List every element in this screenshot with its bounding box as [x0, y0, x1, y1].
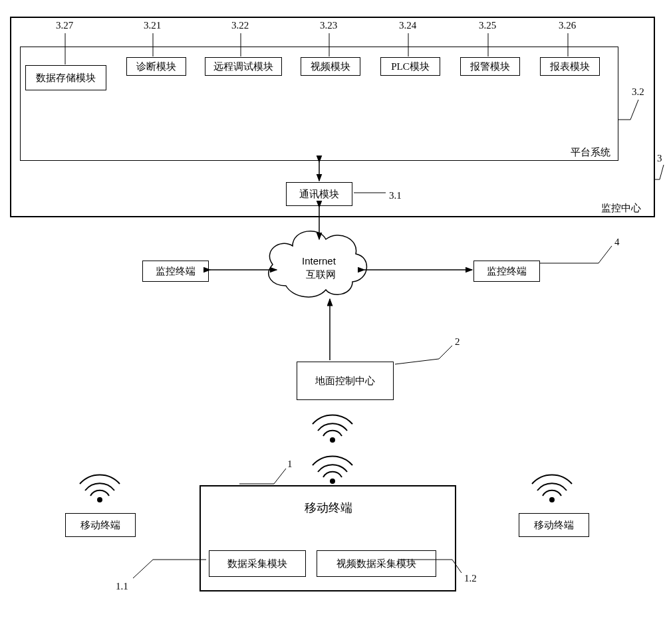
num-2: 2 — [455, 336, 460, 348]
report-module: 报表模块 — [540, 57, 600, 76]
remote-debug-module: 远程调试模块 — [205, 57, 282, 76]
svg-point-13 — [331, 479, 334, 483]
comm-module: 通讯模块 — [286, 182, 352, 206]
svg-point-16 — [550, 498, 554, 502]
num-326: 3.26 — [559, 20, 576, 31]
svg-point-14 — [331, 438, 334, 442]
num-324: 3.24 — [399, 20, 416, 31]
mobile-terminal-right: 移动终端 — [519, 513, 589, 537]
num-325: 3.25 — [479, 20, 496, 31]
wifi-icon — [313, 415, 352, 442]
num-3-1: 3.1 — [389, 190, 402, 201]
plc-module: PLC模块 — [380, 57, 440, 76]
internet-en: Internet — [302, 255, 336, 267]
data-storage-module: 数据存储模块 — [25, 65, 106, 90]
internet-zh: 互联网 — [306, 268, 336, 281]
mobile-terminal-left: 移动终端 — [65, 513, 136, 537]
monitor-terminal-left: 监控终端 — [142, 261, 209, 282]
num-323: 3.23 — [320, 20, 337, 31]
num-4: 4 — [614, 237, 620, 248]
platform-system-label: 平台系统 — [571, 146, 610, 159]
num-32: 3.2 — [632, 86, 644, 98]
num-11: 1.1 — [116, 581, 128, 592]
num-322: 3.22 — [231, 20, 249, 31]
num-1: 1 — [287, 459, 293, 470]
diagnosis-module: 诊断模块 — [126, 57, 186, 76]
data-collect-module: 数据采集模块 — [209, 550, 306, 577]
monitoring-center-label: 监控中心 — [601, 202, 641, 215]
diagram-root: 监控中心 平台系统 数据存储模块 诊断模块 远程调试模块 视频模块 PLC模块 … — [0, 0, 665, 644]
num-12: 1.2 — [464, 573, 477, 584]
mobile-terminal-main-label: 移动终端 — [305, 500, 352, 516]
alarm-module: 报警模块 — [460, 57, 520, 76]
wifi-icon — [313, 456, 352, 483]
num-321: 3.21 — [144, 20, 161, 31]
ground-control: 地面控制中心 — [297, 362, 394, 400]
svg-point-15 — [98, 498, 102, 502]
wifi-icon — [80, 475, 120, 502]
wifi-icon — [532, 475, 572, 502]
monitor-terminal-right: 监控终端 — [473, 261, 540, 282]
num-3: 3 — [657, 153, 662, 164]
num-327: 3.27 — [56, 20, 73, 31]
video-collect-module: 视频数据采集模块 — [317, 550, 436, 577]
video-module: 视频模块 — [301, 57, 360, 76]
